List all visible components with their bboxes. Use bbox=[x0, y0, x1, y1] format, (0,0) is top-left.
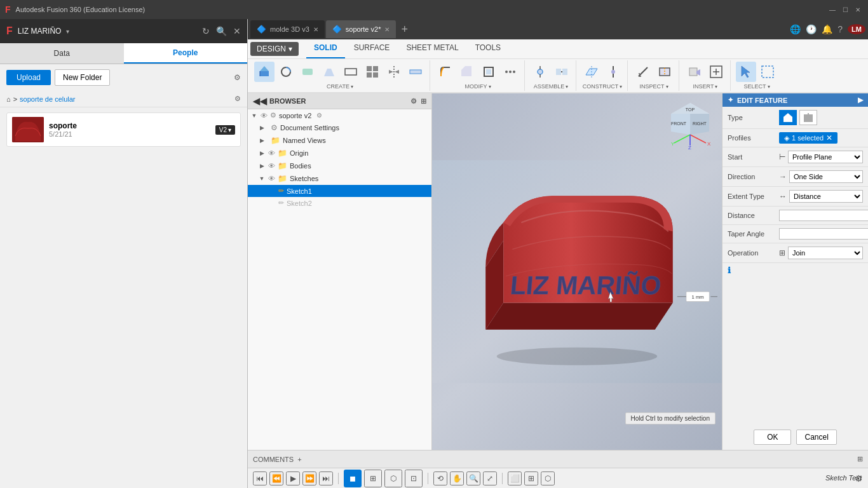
title-controls[interactable]: — ☐ ✕ bbox=[827, 4, 863, 15]
create-revolve-btn[interactable] bbox=[276, 62, 296, 82]
settings-icon[interactable]: ⚙ bbox=[234, 73, 241, 82]
browser-settings-icon[interactable]: ⚙ bbox=[410, 97, 417, 105]
tree-sketch2[interactable]: ✏ Sketch2 bbox=[248, 197, 431, 209]
profiles-clear-btn[interactable]: ✕ bbox=[826, 133, 832, 142]
user-chevron[interactable]: ▾ bbox=[66, 28, 69, 35]
design-dropdown[interactable]: DESIGN ▾ bbox=[250, 42, 299, 56]
close-panel-icon[interactable]: ✕ bbox=[233, 26, 241, 36]
viewport[interactable]: LIZ MARIÑO LIZ MARIÑO 1 mm bbox=[432, 93, 722, 450]
bell-icon[interactable]: 🔔 bbox=[822, 24, 832, 34]
type-btn-1[interactable] bbox=[779, 110, 797, 125]
view-fit-btn[interactable]: ⤢ bbox=[483, 471, 497, 485]
type-btn-2[interactable] bbox=[799, 110, 817, 125]
tree-sketch1[interactable]: ✏ Sketch1 bbox=[248, 185, 431, 197]
nav-play-btn[interactable]: ▶ bbox=[286, 471, 300, 485]
create-mirror-btn[interactable] bbox=[384, 62, 404, 82]
create-thicken-btn[interactable] bbox=[405, 62, 426, 82]
inspect-section-btn[interactable] bbox=[654, 62, 675, 82]
display-mode-btn[interactable]: ⬜ bbox=[508, 471, 522, 485]
nav-cube[interactable]: TOP RIGHT FRONT X Y Z bbox=[665, 100, 715, 151]
nav-last-btn[interactable]: ⏭ bbox=[319, 471, 333, 485]
sync-icon[interactable]: ↻ bbox=[202, 26, 210, 36]
root-eye[interactable]: 👁 bbox=[261, 112, 268, 119]
operation-select[interactable]: Join bbox=[788, 247, 863, 259]
animation-type-3[interactable]: ⬡ bbox=[384, 470, 402, 487]
modify-fillet-btn[interactable] bbox=[435, 62, 456, 82]
inspect-label[interactable]: INSPECT ▾ bbox=[639, 83, 668, 90]
upload-button[interactable]: Upload bbox=[6, 70, 51, 85]
maximize-btn[interactable]: ☐ bbox=[840, 4, 850, 15]
start-select[interactable]: Profile Plane bbox=[788, 151, 863, 163]
construct-plane-btn[interactable] bbox=[581, 62, 602, 82]
grid-btn[interactable]: ⊞ bbox=[524, 471, 538, 485]
animation-type-1[interactable]: ◼ bbox=[344, 470, 362, 487]
select-btn[interactable] bbox=[736, 62, 756, 82]
assemble-more-btn[interactable] bbox=[552, 62, 572, 82]
tab-soporte[interactable]: 🔷 soporte v2* ✕ bbox=[326, 20, 397, 38]
construct-label[interactable]: CONSTRUCT ▾ bbox=[583, 83, 623, 90]
ok-button[interactable]: OK bbox=[754, 430, 791, 445]
construct-axis-btn[interactable] bbox=[603, 62, 623, 82]
origin-eye[interactable]: 👁 bbox=[268, 149, 275, 157]
bodies-eye[interactable]: 👁 bbox=[268, 162, 275, 170]
comments-add-icon[interactable]: + bbox=[297, 456, 301, 463]
root-settings[interactable]: ⚙ bbox=[316, 112, 322, 119]
assemble-label[interactable]: ASSEMBLE ▾ bbox=[534, 83, 569, 90]
globe-icon[interactable]: 🌐 bbox=[790, 24, 801, 34]
insert-label[interactable]: INSERT ▾ bbox=[693, 83, 718, 90]
tree-bodies[interactable]: ▶ 👁 📁 Bodies bbox=[248, 159, 431, 172]
create-pattern-btn[interactable] bbox=[362, 62, 383, 82]
modify-more-btn[interactable] bbox=[500, 62, 520, 82]
nav-next-btn[interactable]: ⏩ bbox=[302, 471, 316, 485]
minimize-btn[interactable]: — bbox=[827, 4, 837, 15]
tree-named-views[interactable]: ▶ 📁 Named Views bbox=[248, 134, 431, 147]
animation-type-4[interactable]: ⊡ bbox=[405, 470, 423, 487]
tab-surface[interactable]: SURFACE bbox=[346, 41, 398, 58]
view-orbit-btn[interactable]: ⟲ bbox=[433, 471, 447, 485]
breadcrumb-settings[interactable]: ⚙ bbox=[234, 95, 241, 103]
tab-soporte-close[interactable]: ✕ bbox=[384, 26, 390, 33]
breadcrumb-folder[interactable]: soporte de celular bbox=[20, 95, 75, 103]
version-badge[interactable]: V2 ▾ bbox=[215, 125, 235, 135]
sketches-eye[interactable]: 👁 bbox=[268, 175, 275, 182]
browser-expand-icon[interactable]: ⊞ bbox=[421, 97, 426, 105]
tab-people[interactable]: People bbox=[124, 43, 248, 64]
home-icon[interactable]: ⌂ bbox=[6, 95, 11, 103]
modify-chamfer-btn[interactable] bbox=[457, 62, 477, 82]
tab-add-button[interactable]: + bbox=[397, 23, 412, 36]
taper-angle-input[interactable]: 0.0 deg bbox=[779, 228, 868, 240]
nav-prev-btn[interactable]: ⏪ bbox=[269, 471, 283, 485]
tab-sheet-metal[interactable]: SHEET METAL bbox=[398, 41, 466, 58]
tree-origin[interactable]: ▶ 👁 📁 Origin bbox=[248, 147, 431, 159]
search-icon[interactable]: 🔍 bbox=[216, 26, 227, 36]
modify-label[interactable]: MODIFY ▾ bbox=[465, 83, 491, 90]
tab-tools[interactable]: TOOLS bbox=[468, 41, 508, 58]
help-icon[interactable]: ? bbox=[837, 24, 843, 34]
tab-molde[interactable]: 🔷 molde 3D v3 ✕ bbox=[250, 20, 325, 38]
nav-first-btn[interactable]: ⏮ bbox=[253, 471, 267, 485]
create-loft-btn[interactable] bbox=[319, 62, 339, 82]
environment-btn[interactable]: ⬡ bbox=[541, 471, 555, 485]
browser-collapse-icon[interactable]: ◀◀ bbox=[253, 96, 267, 106]
view-zoom-btn[interactable]: 🔍 bbox=[466, 471, 480, 485]
create-extrude-btn[interactable] bbox=[254, 62, 275, 82]
modify-shell-btn[interactable] bbox=[478, 62, 499, 82]
tree-sketches[interactable]: ▼ 👁 📁 Sketches bbox=[248, 172, 431, 185]
edit-feature-expand[interactable]: ▶ bbox=[858, 96, 863, 104]
user-avatar[interactable]: LM bbox=[848, 24, 865, 34]
insert-canvas-btn[interactable] bbox=[684, 62, 705, 82]
close-btn[interactable]: ✕ bbox=[853, 4, 863, 15]
create-label[interactable]: CREATE ▾ bbox=[327, 83, 353, 90]
tab-molde-close[interactable]: ✕ bbox=[313, 26, 318, 33]
distance-input[interactable]: 1 mm bbox=[779, 210, 868, 221]
new-folder-button[interactable]: New Folder bbox=[55, 69, 110, 86]
cancel-button[interactable]: Cancel bbox=[796, 430, 836, 445]
select-label[interactable]: SELECT ▾ bbox=[743, 83, 770, 90]
insert-more-btn[interactable] bbox=[706, 62, 726, 82]
tree-root[interactable]: ▼ 👁 ⚙ soporte v2 ⚙ bbox=[248, 109, 431, 121]
history-icon[interactable]: 🕐 bbox=[806, 24, 817, 34]
extent-type-select[interactable]: Distance bbox=[789, 190, 863, 203]
direction-select[interactable]: One Side bbox=[789, 170, 863, 183]
create-sweep-btn[interactable] bbox=[297, 62, 318, 82]
tab-solid[interactable]: SOLID bbox=[306, 41, 345, 58]
